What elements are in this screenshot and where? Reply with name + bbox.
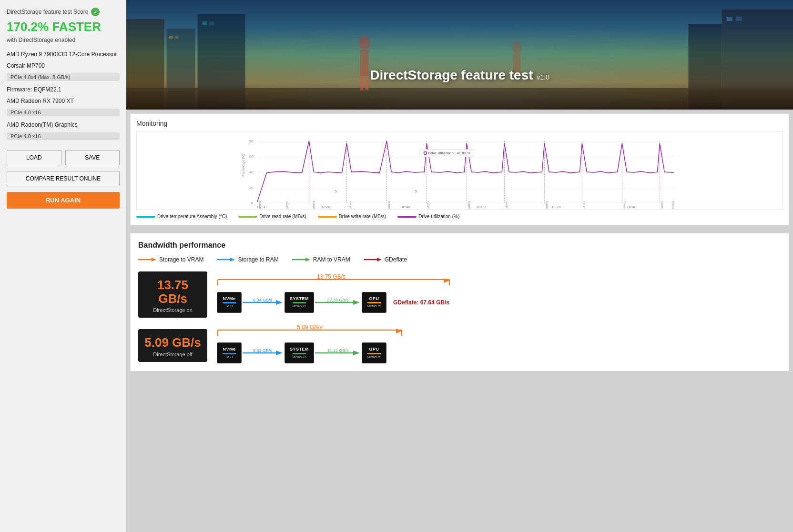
svg-text:Cooling down: Cooling down (661, 201, 663, 210)
legend-ram-vram: RAM to VRAM (292, 256, 350, 263)
svg-text:27.38 GB/s: 27.38 GB/s (327, 298, 349, 302)
arrow-nvme-sys-on: 6.04 GB/s (242, 298, 285, 307)
svg-text:16:40: 16:40 (627, 205, 636, 209)
nvme-sub-off: SSD (222, 355, 236, 359)
svg-text:6.04 GB/s: 6.04 GB/s (253, 298, 273, 302)
sidebar: DirectStorage feature test Score ✓ 170.2… (0, 0, 126, 532)
svg-text:11.12 GB/s: 11.12 GB/s (327, 348, 349, 353)
ds-on-score-val: 13.75 GB/s (144, 278, 202, 305)
svg-text:Drive utilization : 41.83 %: Drive utilization : 41.83 % (428, 151, 470, 155)
gpu-interface2: PCIe 4.0 x16 (7, 132, 120, 140)
legend-color-write (318, 216, 337, 218)
gpu-mem-chip-on: GPU MemoRY (362, 292, 386, 313)
svg-text:Cooling down: Cooling down (583, 201, 586, 210)
sys-bar (293, 302, 306, 303)
ds-on-score-label: DirectStorage on (144, 307, 202, 313)
svg-text:Initializing: Initializing (312, 201, 315, 210)
svg-text:40: 40 (249, 170, 254, 174)
sys-bar-off (293, 353, 306, 354)
arrow-sys-gpu-on-icon: 27.38 GB/s (314, 298, 362, 307)
legend-write: Drive write rate (MB/s) (318, 214, 386, 219)
legend-ram-vram-label: RAM to VRAM (313, 256, 350, 263)
svg-marker-88 (276, 351, 283, 355)
chart-legend: Drive temperature Assembly (°C) Drive re… (136, 214, 783, 219)
gpu-sub: MemoRY (367, 304, 381, 308)
svg-text:Cooling down: Cooling down (349, 201, 352, 210)
legend-ram-label: Storage to RAM (238, 256, 278, 263)
ds-off-row: 5.09 GB/s DirectStorage off 5.09 GB/s (138, 327, 781, 363)
gdeflate-label-on: GDeflate: 67.64 GB/s (393, 299, 449, 306)
cpu-label: AMD Ryzen 9 7900X3D 12-Core Processor (7, 50, 120, 59)
run-again-button[interactable]: RUN AGAIN (7, 192, 120, 209)
ds-off-nodes: NVMe SSD 5.51 GB/s (217, 342, 781, 363)
nvme-bar (223, 302, 236, 303)
arrow-nvme-sys-off: 5.51 GB/s (242, 348, 285, 358)
sys-top-off: SYSTEM (290, 347, 309, 352)
svg-text:06:40: 06:40 (401, 205, 410, 209)
ds-on-row: 13.75 GB/s DirectStorage on 13.75 GB/s (138, 271, 781, 318)
score-header: DirectStorage feature test Score ✓ (7, 8, 120, 16)
gpu-mem-chip-off: GPU MemoRY (362, 342, 386, 363)
svg-text:80: 80 (249, 139, 254, 143)
ds-off-score-label: DirectStorage off (144, 351, 202, 357)
bandwidth-title: Bandwidth performance (138, 241, 781, 250)
arrow-sys-gpu-off-icon: 11.12 GB/s (314, 348, 362, 358)
legend-color-temp (136, 216, 155, 218)
svg-text:20: 20 (249, 186, 254, 190)
save-button[interactable]: SAVE (65, 150, 120, 165)
gpu-top-off: GPU (367, 347, 381, 352)
nvme-chip-on: NVMe SSD (217, 292, 242, 313)
faster-text: 170.2% FASTER (7, 20, 120, 34)
gpu-top: GPU (367, 296, 381, 301)
sys-sub-off: MemoRY (290, 355, 309, 359)
gpu-label: AMD Radeon RX 7900 XT (7, 97, 120, 105)
svg-text:Cooling down: Cooling down (285, 201, 288, 210)
svg-text:0: 0 (251, 201, 254, 205)
arrow-nvme-sys-on-icon: 6.04 GB/s (242, 298, 285, 307)
nvme-top: NVMe (222, 296, 236, 301)
gpu-bar-off (367, 353, 381, 354)
load-button[interactable]: LOAD (7, 150, 61, 165)
ram-arrow-icon (217, 257, 235, 262)
svg-text:Initializing: Initializing (387, 201, 390, 210)
sys-mem-chip-on: SYSTEM MemoRY (285, 292, 314, 313)
nvme-chip-off: NVMe SSD (217, 342, 242, 363)
svg-text:02:20: 02:20 (321, 205, 330, 209)
monitoring-section: Monitoring 0 20 40 60 80 Percentage (%) (130, 113, 789, 225)
compare-button[interactable]: COMPARE RESULT ONLINE (7, 171, 120, 186)
score-check-icon: ✓ (91, 8, 100, 16)
bw-legend: Storage to VRAM Storage to RAM (138, 256, 781, 263)
chart-svg: 0 20 40 60 80 Percentage (%) 00:00 02:20 (136, 131, 783, 210)
legend-gdeflate-label: GDeflate (385, 256, 407, 263)
svg-marker-80 (353, 300, 360, 305)
svg-text:5: 5 (335, 190, 337, 193)
legend-vram: Storage to VRAM (138, 256, 203, 263)
legend-color-read (238, 216, 257, 218)
svg-text:60: 60 (249, 154, 254, 159)
sys-top: SYSTEM (290, 296, 309, 301)
svg-marker-66 (230, 258, 235, 261)
legend-temp: Drive temperature Assembly (°C) (136, 214, 227, 219)
arrow-sys-gpu-off: 11.12 GB/s (314, 348, 362, 358)
svg-text:13.75 GB/s: 13.75 GB/s (317, 273, 346, 280)
svg-marker-70 (377, 258, 382, 261)
svg-text:Running: Running (671, 201, 674, 210)
monitoring-chart: 0 20 40 60 80 Percentage (%) 00:00 02:20 (136, 131, 783, 211)
ds-off-bracket: 5.09 GB/s (217, 327, 407, 342)
gpu-driver: AMD Radeon(TM) Graphics (7, 120, 120, 129)
ds-off-flow: 5.09 GB/s NVMe SSD (217, 327, 781, 363)
legend-ram: Storage to RAM (217, 256, 278, 263)
legend-temp-label: Drive temperature Assembly (°C) (157, 214, 227, 219)
svg-text:Percentage (%): Percentage (%) (242, 154, 245, 177)
flow-container: 13.75 GB/s DirectStorage on 13.75 GB/s (138, 271, 781, 363)
score-title: DirectStorage feature test Score (7, 9, 88, 15)
sys-sub: MemoRY (290, 304, 309, 308)
arrow-nvme-sys-off-icon: 5.51 GB/s (242, 348, 285, 358)
arrow-sys-gpu-on: 27.38 GB/s (314, 298, 362, 307)
svg-text:10:00: 10:00 (476, 205, 486, 209)
ssd-label: Corsair MP700 (7, 61, 120, 70)
svg-text:Cooling down: Cooling down (427, 201, 429, 210)
nvme-sub: SSD (222, 304, 236, 308)
ds-on-score-box: 13.75 GB/s DirectStorage on (138, 271, 207, 318)
firmware-label: Firmware: EQFM22.1 (7, 85, 120, 94)
